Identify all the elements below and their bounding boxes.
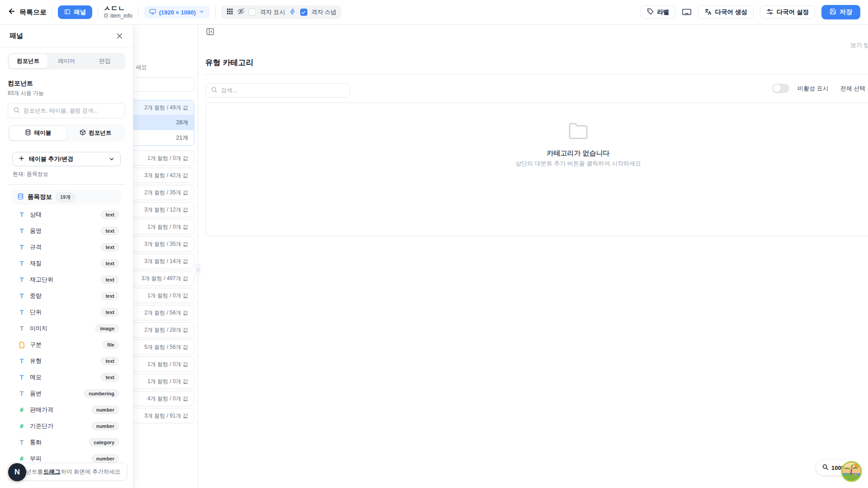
column-item[interactable]: T 품명 text (12, 223, 121, 239)
column-item[interactable]: T 유형 text (12, 353, 121, 369)
column-item[interactable]: # 판매가격 number (12, 402, 121, 418)
document-title: ㅅㄷㄴ (104, 5, 125, 13)
text-type-icon: T (18, 357, 25, 365)
grid-show-checkbox[interactable] (249, 9, 256, 16)
table-header-row[interactable]: 품목정보 19개 (12, 189, 121, 205)
notion-launcher-badge[interactable]: N (8, 463, 26, 481)
search-icon (13, 107, 20, 115)
tab-components[interactable]: 컴포넌트 (9, 54, 47, 68)
tropical-island-badge[interactable] (841, 461, 862, 482)
page-title: 유형 카테고리 (205, 57, 254, 68)
column-item[interactable]: T 상태 text (12, 206, 121, 223)
select-all-button[interactable]: 전체 선택 (840, 84, 866, 93)
type-badge: number (92, 406, 119, 414)
number-icon: # (18, 422, 25, 430)
database-icon (104, 13, 108, 20)
panel-collapse-icon (206, 30, 215, 38)
type-badge: text (101, 357, 119, 365)
column-item[interactable]: T 규격 text (12, 239, 121, 255)
category-search-input[interactable] (221, 87, 344, 94)
text-type-icon: T (18, 276, 25, 283)
text-type-icon: T (18, 260, 25, 267)
panel-toggle-button[interactable]: 패널 (58, 5, 92, 19)
label-button[interactable]: 라벨 (641, 5, 675, 19)
section-subtitle: 83개 사용 가능 (8, 89, 125, 97)
package-icon (80, 129, 86, 137)
segment-components[interactable]: 컴포넌트 (67, 126, 124, 141)
add-table-dropdown[interactable]: 테이블 추가/변경 (12, 152, 121, 166)
text-type-icon: T (18, 227, 25, 235)
panel-icon (64, 9, 71, 16)
column-divider (198, 25, 198, 488)
empty-state-title: 카테고리가 없습니다 (547, 149, 609, 158)
type-badge: category (89, 438, 119, 446)
column-item[interactable]: T 품번 numbering (12, 385, 121, 402)
arrow-left-icon (8, 7, 16, 17)
text-type-icon: T (18, 390, 25, 397)
category-search[interactable] (205, 83, 350, 98)
panel-tabs: 컴포넌트 레이어 편집 (8, 53, 125, 70)
save-button[interactable]: 저장 (821, 5, 860, 19)
type-badge: text (101, 373, 119, 381)
type-badge: text (101, 211, 119, 219)
database-icon (17, 193, 24, 202)
column-item[interactable]: T 재질 text (12, 255, 121, 272)
back-to-list-button[interactable]: 목록으로 (8, 7, 47, 17)
inactive-toggle[interactable] (772, 84, 789, 93)
tab-edit[interactable]: 편집 (85, 54, 124, 68)
type-badge: text (101, 227, 119, 235)
column-item[interactable]: T 메모 text (12, 369, 121, 385)
divider (138, 6, 138, 18)
inactive-toggle-label: 비활성 표시 (797, 84, 829, 93)
sliders-icon (766, 8, 774, 17)
grid-show-label: 격자 표시 (260, 8, 285, 16)
folder-icon (567, 121, 589, 142)
i18n-generate-button[interactable]: 다국어 생성 (698, 5, 753, 19)
column-item[interactable]: T 통화 category (12, 434, 121, 450)
column-item[interactable]: 구분 file (12, 337, 121, 353)
column-item[interactable]: T 이미지 image (12, 320, 121, 337)
save-icon (830, 8, 836, 16)
table-source-label: item_info (110, 13, 132, 19)
type-badge: number (92, 422, 119, 430)
column-list: T 상태 text T 품명 text T 규격 text T 재질 text … (12, 206, 121, 467)
keyboard-shortcuts-button[interactable] (682, 7, 692, 18)
tab-layers[interactable]: 레이어 (47, 54, 86, 68)
lightning-icon (289, 8, 296, 17)
canvas-area: 보기 방식 유형 카테고리 비활성 표시 전체 선택 전체 해제 카테고리가 없… (198, 25, 868, 488)
column-item[interactable]: T 재고단위 text (12, 272, 121, 288)
divider (205, 74, 868, 75)
column-count-badge: 19개 (56, 192, 75, 202)
type-badge: text (101, 243, 119, 251)
segment-tables[interactable]: 테이블 (9, 126, 67, 141)
number-icon: # (18, 406, 25, 413)
empty-state-subtitle: 상단의 대분류 추가 버튼을 클릭하여 시작하세요 (515, 160, 641, 168)
column-item[interactable]: T 중량 text (12, 288, 121, 304)
eye-off-icon (237, 8, 245, 17)
text-type-icon: T (18, 211, 25, 218)
type-badge: text (101, 276, 119, 284)
translate-icon (704, 8, 712, 17)
type-badge: image (95, 324, 119, 333)
type-badge: text (101, 259, 119, 267)
type-badge: text (101, 292, 119, 300)
grid-icon (226, 8, 233, 17)
back-to-list-label: 목록으로 (19, 8, 47, 17)
panel-title: 패널 (9, 32, 23, 40)
close-icon[interactable] (116, 32, 123, 40)
chevron-down-icon (199, 9, 204, 16)
component-search[interactable] (8, 103, 125, 118)
resize-handle[interactable] (196, 264, 200, 275)
keyboard-icon (682, 7, 692, 18)
grid-options-group: 격자 표시 격자 스냅 (221, 5, 341, 19)
tag-icon (647, 8, 654, 16)
text-type-icon: T (18, 244, 25, 251)
column-item[interactable]: T 단위 text (12, 304, 121, 320)
collapse-panel-button[interactable] (206, 27, 216, 37)
i18n-settings-button[interactable]: 다국어 설정 (760, 5, 815, 19)
clipped-instruction-text: 세요 (136, 64, 147, 71)
grid-snap-checkbox[interactable] (300, 9, 307, 16)
component-search-input[interactable] (24, 108, 120, 114)
resolution-dropdown[interactable]: (868 × 488) (144, 6, 210, 19)
column-item[interactable]: # 기준단가 number (12, 418, 121, 434)
